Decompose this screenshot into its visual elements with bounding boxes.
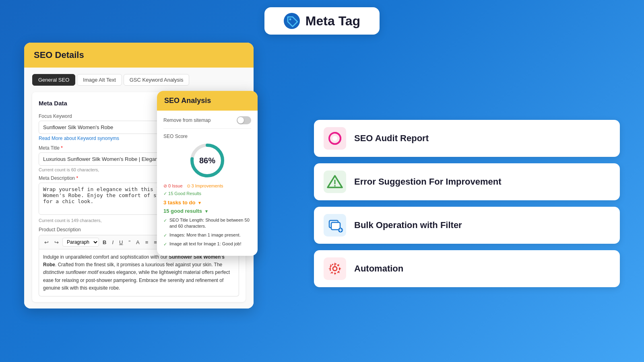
undo-button[interactable]: ↩: [42, 239, 51, 246]
feature-card-error-suggestion[interactable]: Error Suggestion For Improvement: [314, 163, 620, 200]
stats-row-good: ✓ 15 Good Results: [163, 191, 251, 196]
tasks-section: 3 tasks to do ▾ 15 good results ▾ ✓ SEO …: [163, 200, 251, 248]
automation-icon-wrap: [324, 257, 346, 280]
feature-card-seo-audit[interactable]: SEO Audit Report: [314, 120, 620, 157]
result-check-icon-2: ✓: [163, 232, 167, 239]
align-left-button[interactable]: ≡: [143, 239, 151, 246]
seo-audit-title: SEO Audit Report: [354, 133, 429, 143]
tab-general-seo[interactable]: General SEO: [32, 74, 75, 86]
chart-icon: [327, 130, 343, 146]
svg-point-1: [289, 19, 291, 21]
svg-point-7: [332, 136, 337, 141]
stat-issue: ⊘ 0 Issue: [163, 183, 183, 189]
result-item-1: ✓ SEO Title Length: Should be between 50…: [163, 217, 251, 230]
header-title: Meta Tag: [305, 14, 360, 29]
color-button[interactable]: A: [134, 239, 142, 246]
result-check-icon-1: ✓: [163, 218, 167, 224]
toggle-thumb: [237, 117, 244, 123]
stats-row: ⊘ 0 Issue ⊙ 3 Improvements: [163, 183, 251, 189]
score-circle-container: 86%: [163, 142, 251, 179]
sitemap-toggle[interactable]: [237, 116, 251, 124]
seo-audit-text: SEO Audit Report: [354, 133, 610, 144]
error-suggestion-title: Error Suggestion For Improvement: [354, 177, 502, 187]
bulk-operation-title: Bulk Operation with Filter: [354, 220, 462, 230]
error-suggestion-text: Error Suggestion For Improvement: [354, 176, 610, 188]
sitemap-row: Remove from sitemap: [163, 116, 251, 129]
layers-icon: [327, 217, 343, 233]
svg-point-0: [284, 13, 300, 29]
seo-details-title: SEO Details: [34, 50, 84, 60]
main-content: SEO Details General SEO Image Alt Text G…: [0, 39, 644, 362]
feature-card-bulk-operation[interactable]: Bulk Operation with Filter: [314, 207, 620, 244]
editor-content[interactable]: Indulge in unparalleled comfort and soph…: [39, 249, 239, 296]
result-check-icon-3: ✓: [163, 241, 167, 247]
seo-score-label: SEO Score: [163, 134, 251, 139]
bulk-operation-text: Bulk Operation with Filter: [354, 220, 610, 231]
svg-point-17: [333, 267, 337, 271]
bulk-icon-wrap: [324, 214, 346, 237]
tab-gsc-keyword[interactable]: GSC Keyword Analysis: [124, 74, 190, 86]
quote-button[interactable]: ": [126, 239, 132, 246]
automation-text: Automation: [354, 263, 610, 275]
score-circle: 86%: [189, 142, 225, 179]
result-item-2: ✓ Images: More than 1 image present.: [163, 232, 251, 239]
paragraph-select[interactable]: Paragraph: [62, 238, 99, 247]
tab-image-alt[interactable]: Image Alt Text: [77, 74, 122, 86]
stat-improvements: ⊙ 3 Improvements: [187, 183, 223, 189]
sitemap-label: Remove from sitemap: [163, 117, 211, 123]
left-panel: SEO Details General SEO Image Alt Text G…: [24, 43, 298, 360]
result-item-3: ✓ Image alt text for Image 1: Good job!: [163, 241, 251, 247]
header-pill: Meta Tag: [264, 7, 380, 35]
seo-analysis-card: SEO Analysis Remove from sitemap SEO Sco…: [157, 91, 258, 256]
italic-button[interactable]: I: [110, 239, 116, 246]
feature-card-automation[interactable]: Automation: [314, 250, 620, 287]
seo-details-header: SEO Details: [24, 43, 254, 68]
meta-section-title: Meta Data: [39, 100, 67, 107]
gear-icon: [327, 261, 343, 277]
tasks-chevron: ▾: [198, 200, 201, 205]
seo-analysis-body: Remove from sitemap SEO Score 86%: [157, 111, 258, 256]
tabs-row: General SEO Image Alt Text GSC Keyword A…: [32, 74, 246, 86]
svg-point-10: [334, 185, 336, 187]
seo-audit-icon-wrap: [324, 127, 346, 150]
header: Meta Tag: [0, 0, 644, 39]
warning-icon: [327, 174, 343, 190]
seo-analysis-header: SEO Analysis: [157, 91, 258, 111]
seo-analysis-title: SEO Analysis: [164, 97, 211, 105]
results-chevron: ▾: [205, 209, 208, 214]
automation-title: Automation: [354, 263, 403, 274]
error-icon-wrap: [324, 171, 346, 193]
bold-button[interactable]: B: [101, 239, 108, 246]
good-results-header[interactable]: 15 good results ▾: [163, 208, 251, 214]
score-text: 86%: [199, 156, 215, 165]
redo-button[interactable]: ↪: [52, 239, 61, 246]
right-panel: SEO Audit Report Error Suggestion For Im…: [314, 43, 620, 360]
tag-icon: [284, 13, 300, 29]
stat-good: ✓ 15 Good Results: [163, 191, 201, 196]
underline-button[interactable]: U: [117, 239, 125, 246]
tasks-header[interactable]: 3 tasks to do ▾: [163, 200, 251, 206]
